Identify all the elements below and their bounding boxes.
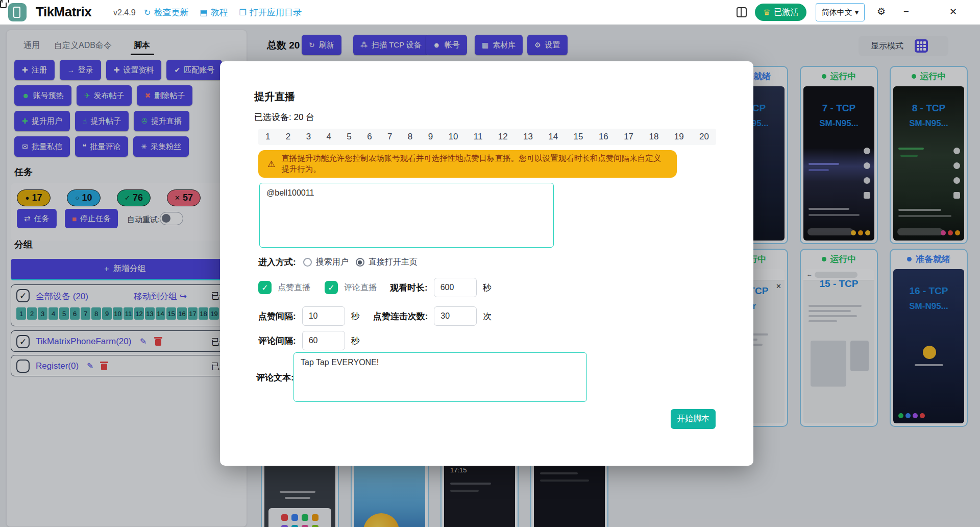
modal-title: 提升直播	[254, 90, 295, 104]
activated-label: 已激活	[774, 7, 798, 18]
like-combo-label: 点赞连击次数:	[373, 310, 428, 322]
device-number[interactable]: 12	[498, 132, 508, 142]
app-logo-icon	[8, 3, 27, 21]
device-number[interactable]: 9	[428, 132, 433, 142]
like-live-checkbox[interactable]: ✓	[258, 281, 272, 294]
like-interval-label: 点赞间隔:	[258, 310, 296, 322]
link-label: 教程	[211, 7, 228, 18]
comment-interval-row: 评论间隔: 秒	[258, 331, 360, 350]
sidebar-toggle-icon[interactable]	[737, 7, 747, 17]
comment-text-label: 评论文本:	[256, 372, 294, 384]
device-number[interactable]: 4	[326, 132, 331, 142]
device-number[interactable]: 11	[474, 132, 483, 142]
titlebar-link[interactable]: ❐打开应用目录	[239, 7, 302, 18]
like-combo-input[interactable]	[434, 306, 477, 326]
device-number[interactable]: 3	[306, 132, 311, 142]
device-number[interactable]: 17	[624, 132, 633, 142]
link-icon: ▤	[200, 8, 207, 17]
link-label: 检查更新	[154, 7, 188, 18]
comment-interval-input[interactable]	[302, 331, 345, 350]
entry-method-row: 进入方式: 搜索用户 直接打开主页	[258, 256, 418, 268]
times-unit: 次	[483, 310, 492, 322]
like-live-label: 点赞直播	[278, 282, 310, 293]
link-icon: ↻	[144, 8, 151, 17]
device-number[interactable]: 20	[699, 132, 709, 142]
crown-icon: ♛	[763, 8, 770, 17]
chevron-down-icon: ▾	[855, 8, 859, 17]
device-number[interactable]: 8	[408, 132, 412, 142]
live-options-row: ✓ 点赞直播 ✓ 评论直播 观看时长: 秒	[258, 278, 492, 297]
device-number[interactable]: 1	[265, 132, 270, 142]
device-number[interactable]: 6	[367, 132, 372, 142]
device-number[interactable]: 18	[649, 132, 658, 142]
warning-banner: ⚠ 直播提升功能允许您控制农场账号观看并可选择性地点赞目标直播。您可以设置观看时…	[258, 150, 677, 178]
link-icon: ❐	[239, 8, 247, 17]
radio-search-user-label: 搜索用户	[316, 257, 349, 268]
watch-duration-label: 观看时长:	[390, 282, 428, 294]
start-script-button[interactable]: 开始脚本	[671, 409, 716, 429]
titlebar: TikMatrix v2.4.9 ↻检查更新▤教程❐打开应用目录 ♛已激活 简体…	[0, 0, 980, 25]
radio-search-user[interactable]	[303, 258, 312, 267]
seconds-unit: 秒	[351, 310, 360, 322]
device-number[interactable]: 19	[674, 132, 684, 142]
minimize-button[interactable]: −	[903, 6, 909, 17]
titlebar-link[interactable]: ↻检查更新	[144, 7, 188, 18]
activated-badge[interactable]: ♛已激活	[755, 4, 806, 21]
boost-live-modal: 提升直播 已选设备: 20 台 123456789101112131415161…	[220, 61, 753, 466]
device-number[interactable]: 14	[548, 132, 558, 142]
app-window: TikMatrix v2.4.9 ↻检查更新▤教程❐打开应用目录 ♛已激活 简体…	[0, 0, 980, 527]
device-number[interactable]: 15	[574, 132, 583, 142]
warning-text: 直播提升功能允许您控制农场账号观看并可选择性地点赞目标直播。您可以设置观看时长和…	[281, 153, 668, 175]
language-label: 简体中文	[822, 8, 852, 17]
comment-text-textarea[interactable]: Tap Tap EVERYONE!	[293, 352, 587, 402]
device-number[interactable]: 5	[347, 132, 351, 142]
restore-window-button[interactable]	[0, 0, 7, 8]
device-number[interactable]: 10	[448, 132, 458, 142]
warning-icon: ⚠	[267, 159, 275, 170]
titlebar-links: ↻检查更新▤教程❐打开应用目录	[144, 7, 302, 18]
seconds-unit: 秒	[351, 335, 360, 347]
radio-open-homepage[interactable]	[356, 258, 364, 267]
close-window-button[interactable]: ✕	[949, 6, 957, 17]
device-number-strip: 1234567891011121314151617181920	[258, 129, 716, 145]
app-version: v2.4.9	[113, 8, 136, 17]
comment-live-label: 评论直播	[344, 282, 377, 293]
link-label: 打开应用目录	[250, 7, 302, 18]
like-interval-row: 点赞间隔: 秒 点赞连击次数: 次	[258, 306, 492, 326]
like-interval-input[interactable]	[302, 306, 345, 326]
device-number[interactable]: 7	[387, 132, 392, 142]
target-users-textarea[interactable]: @bell100011	[259, 183, 554, 248]
comment-live-checkbox[interactable]: ✓	[325, 281, 338, 294]
comment-interval-label: 评论间隔:	[258, 335, 296, 347]
seconds-unit: 秒	[483, 282, 492, 294]
language-selector[interactable]: 简体中文▾	[816, 3, 865, 21]
selected-devices-label: 已选设备: 20 台	[254, 111, 314, 123]
device-number[interactable]: 13	[523, 132, 533, 142]
watch-duration-input[interactable]	[434, 278, 477, 297]
device-number[interactable]: 16	[599, 132, 608, 142]
radio-open-homepage-label: 直接打开主页	[369, 257, 418, 268]
settings-gear-icon[interactable]: ⚙	[877, 6, 886, 17]
app-title: TikMatrix	[36, 4, 91, 20]
device-number[interactable]: 2	[286, 132, 290, 142]
entry-method-label: 进入方式:	[258, 256, 296, 268]
titlebar-link[interactable]: ▤教程	[200, 7, 228, 18]
